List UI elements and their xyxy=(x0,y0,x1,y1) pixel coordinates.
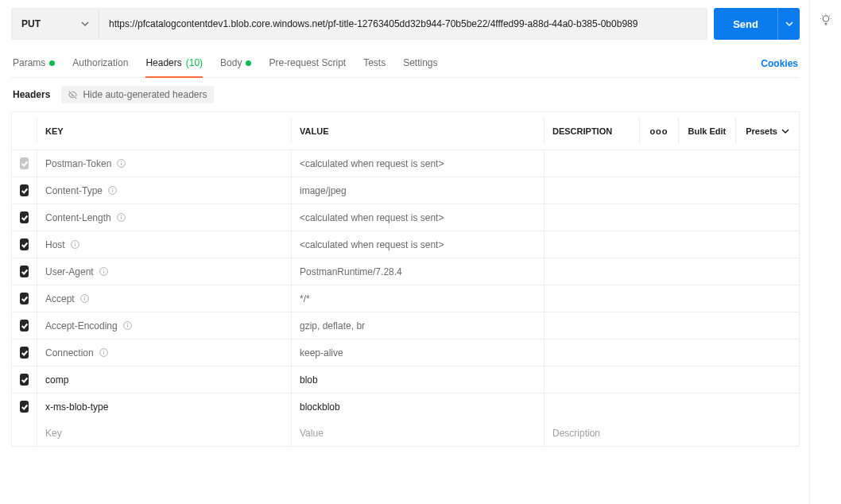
info-icon xyxy=(116,158,126,169)
method-url-group: PUT xyxy=(11,8,707,40)
presets-dropdown[interactable]: Presets xyxy=(735,118,799,144)
header-description xyxy=(545,339,799,366)
header-description xyxy=(545,150,799,176)
header-description xyxy=(545,258,799,285)
request-bar: PUT Send xyxy=(11,8,800,40)
tab-params[interactable]: Params xyxy=(13,51,55,78)
bulk-edit-button[interactable]: Bulk Edit xyxy=(678,118,736,144)
table-header-row: KEY VALUE DESCRIPTION ooo Bulk Edit Pres… xyxy=(12,112,799,150)
svg-point-5 xyxy=(112,188,113,189)
method-dropdown[interactable]: PUT xyxy=(12,9,99,39)
tab-body[interactable]: Body xyxy=(220,51,251,78)
header-description xyxy=(545,394,799,420)
more-icon: ooo xyxy=(649,126,668,136)
send-group: Send xyxy=(714,8,800,40)
svg-point-11 xyxy=(75,242,76,243)
description-placeholder: Description xyxy=(552,428,600,439)
table-row[interactable]: Host<calculated when request is sent> xyxy=(12,231,799,258)
header-description xyxy=(545,177,799,204)
row-checkbox[interactable] xyxy=(20,347,29,359)
tab-label: Headers xyxy=(145,57,181,68)
header-key: Connection xyxy=(45,347,94,359)
tab-tests[interactable]: Tests xyxy=(363,51,386,78)
row-checkbox[interactable] xyxy=(20,211,29,223)
table-row[interactable]: Content-Length<calculated when request i… xyxy=(12,204,799,231)
tab-settings[interactable]: Settings xyxy=(403,51,437,78)
bulb-button[interactable] xyxy=(819,13,833,29)
header-description xyxy=(545,285,799,312)
request-tabs: Params Authorization Headers (10) Body P… xyxy=(11,51,800,78)
hide-autogen-toggle[interactable]: Hide auto-generated headers xyxy=(61,86,213,103)
row-checkbox[interactable] xyxy=(20,266,29,277)
header-value: gzip, deflate, br xyxy=(300,320,365,331)
table-row[interactable]: Content-Typeimage/jpeg xyxy=(12,177,799,204)
lightbulb-icon xyxy=(819,13,833,27)
row-checkbox[interactable] xyxy=(20,184,29,196)
right-rail xyxy=(809,0,841,504)
chevron-down-icon xyxy=(81,20,89,28)
col-description-label: DESCRIPTION xyxy=(552,126,612,136)
hide-autogen-label: Hide auto-generated headers xyxy=(83,89,207,100)
header-value: PostmanRuntime/7.28.4 xyxy=(300,266,402,277)
tab-label: Authorization xyxy=(72,57,128,68)
svg-point-24 xyxy=(823,16,829,22)
header-description xyxy=(545,366,799,393)
tab-prerequest[interactable]: Pre-request Script xyxy=(269,51,346,78)
chevron-down-icon xyxy=(785,20,793,28)
table-row[interactable]: User-AgentPostmanRuntime/7.28.4 xyxy=(12,258,799,285)
info-icon xyxy=(99,347,109,358)
header-key: User-Agent xyxy=(45,266,94,277)
table-row[interactable]: compblob xyxy=(12,366,799,394)
tab-authorization[interactable]: Authorization xyxy=(72,51,128,78)
header-value: <calculated when request is sent> xyxy=(300,158,444,169)
headers-subbar: Headers Hide auto-generated headers xyxy=(11,78,800,111)
svg-point-23 xyxy=(103,351,104,351)
headers-title: Headers xyxy=(13,89,50,100)
header-value: <calculated when request is sent> xyxy=(300,212,444,223)
eye-off-icon xyxy=(68,90,78,100)
presets-label: Presets xyxy=(746,126,777,136)
tab-label: Settings xyxy=(403,57,437,68)
method-label: PUT xyxy=(21,18,41,29)
col-checkbox xyxy=(12,118,37,144)
header-value: keep-alive xyxy=(300,347,343,359)
header-value: */* xyxy=(300,293,310,304)
table-row[interactable]: Connectionkeep-alive xyxy=(12,339,799,366)
col-value: VALUE xyxy=(292,118,545,144)
info-icon xyxy=(99,266,109,277)
tab-label: Body xyxy=(220,57,242,68)
row-checkbox[interactable] xyxy=(20,293,29,304)
url-input[interactable] xyxy=(99,9,707,39)
header-description xyxy=(545,312,799,339)
tab-label: Pre-request Script xyxy=(269,57,346,68)
header-key: Postman-Token xyxy=(45,158,111,169)
header-key: Content-Type xyxy=(45,185,103,196)
svg-point-14 xyxy=(103,269,104,270)
value-placeholder: Value xyxy=(300,428,324,439)
header-value: blockblob xyxy=(300,401,340,413)
new-header-row[interactable]: Key Value Description xyxy=(12,420,799,446)
row-checkbox[interactable] xyxy=(20,238,29,250)
row-checkbox[interactable] xyxy=(20,157,29,169)
table-row[interactable]: Accept-Encodinggzip, deflate, br xyxy=(12,312,799,339)
chevron-down-icon xyxy=(781,127,789,135)
row-checkbox[interactable] xyxy=(20,374,29,386)
col-description: DESCRIPTION ooo Bulk Edit Presets xyxy=(545,112,799,149)
tab-count: (10) xyxy=(186,57,203,68)
row-checkbox[interactable] xyxy=(20,401,29,413)
more-columns-button[interactable]: ooo xyxy=(639,118,677,144)
tab-headers[interactable]: Headers (10) xyxy=(145,51,203,78)
header-key: Accept-Encoding xyxy=(45,320,118,331)
send-options-button[interactable] xyxy=(777,8,800,40)
table-row[interactable]: Postman-Token<calculated when request is… xyxy=(12,150,799,177)
info-icon xyxy=(107,185,118,196)
row-checkbox[interactable] xyxy=(20,320,29,331)
header-description xyxy=(545,231,799,258)
header-key: x-ms-blob-type xyxy=(45,401,108,413)
table-row[interactable]: Accept*/* xyxy=(12,285,799,312)
svg-point-8 xyxy=(121,215,122,216)
send-button[interactable]: Send xyxy=(714,8,777,40)
cookies-link[interactable]: Cookies xyxy=(759,52,800,77)
header-key: Accept xyxy=(45,293,75,304)
table-row[interactable]: x-ms-blob-typeblockblob xyxy=(12,394,799,420)
